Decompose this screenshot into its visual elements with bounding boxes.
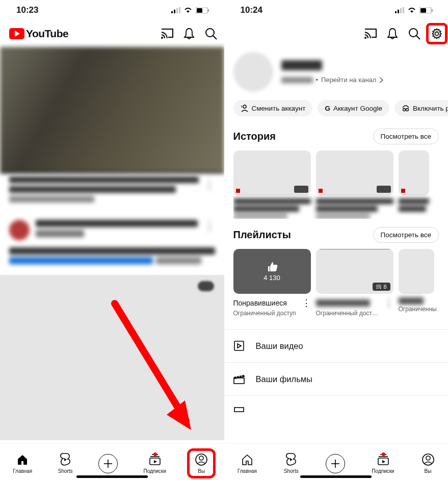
bell-icon[interactable] (387, 28, 398, 40)
unknown-icon (233, 407, 245, 412)
chevron-right-icon (379, 77, 383, 83)
video-thumbnail-large[interactable] (0, 275, 224, 440)
chip-switch-account[interactable]: Сменить аккаунт (233, 100, 313, 116)
clapperboard-icon (233, 374, 245, 384)
home-indicator (300, 475, 372, 478)
playlists-title: Плейлисты (233, 229, 291, 241)
action-chips: Сменить аккаунт G Аккаунт Google Включит… (224, 95, 449, 121)
history-title: История (233, 131, 276, 142)
phone-right-you: 10:24 • (224, 0, 449, 480)
channel-link-label: Перейти на канал (321, 76, 376, 84)
history-item[interactable] (233, 150, 311, 219)
menu-your-videos[interactable]: Ваши видео (224, 333, 449, 359)
svg-point-31 (403, 109, 406, 111)
history-list[interactable] (233, 150, 439, 219)
playlist-liked[interactable]: 4 130 Понравившиеся ⋮ Ограниченный досту… (233, 249, 311, 317)
cast-icon[interactable] (364, 29, 377, 39)
playlists-see-all[interactable]: Посмотреть все (373, 227, 439, 243)
wifi-icon (183, 7, 193, 13)
cast-icon[interactable] (161, 29, 173, 39)
nav-you[interactable]: Вы (421, 453, 435, 474)
status-bar: 10:23 (0, 0, 224, 20)
home-feed[interactable]: ⋮ ⋮ (0, 47, 224, 440)
menu-row-partial[interactable] (224, 399, 449, 414)
bottom-nav: Главная Shorts Подписки Вы (224, 443, 449, 480)
settings-icon[interactable] (426, 23, 447, 44)
youtube-wordmark: YouTube (26, 28, 68, 40)
channel-link[interactable]: • Перейти на канал (281, 76, 384, 84)
more-icon[interactable]: ⋮ (204, 220, 215, 233)
search-icon[interactable] (408, 28, 420, 40)
channel-avatar[interactable] (9, 220, 30, 240)
nav-you-label: Вы (425, 468, 432, 474)
nav-home[interactable]: Главная (13, 453, 32, 474)
bell-icon[interactable] (183, 28, 195, 40)
incognito-icon (402, 105, 410, 112)
nav-you-label: Вы (198, 468, 205, 474)
svg-rect-1 (174, 10, 175, 13)
chip-incognito[interactable]: Включить р (394, 100, 448, 116)
nav-home-label: Главная (13, 468, 32, 474)
profile-header[interactable]: • Перейти на канал (224, 47, 449, 95)
svg-point-32 (406, 109, 409, 111)
svg-rect-37 (234, 341, 244, 350)
svg-rect-19 (395, 11, 397, 13)
nav-shorts[interactable]: Shorts (284, 453, 299, 474)
menu-label: Ваши фильмы (256, 374, 312, 384)
battery-icon (419, 7, 433, 14)
nav-create[interactable] (326, 454, 345, 473)
signal-icon (395, 7, 404, 13)
svg-line-9 (213, 36, 217, 39)
section-playlists: Плейлисты Посмотреть все 4 130 Понравивш… (224, 220, 449, 318)
svg-rect-24 (420, 8, 426, 13)
status-icons (171, 7, 209, 14)
post-text (0, 247, 224, 273)
battery-icon (196, 7, 209, 14)
svg-point-49 (426, 456, 430, 460)
nav-shorts-label: Shorts (284, 468, 299, 474)
svg-rect-0 (171, 11, 173, 13)
status-time: 10:23 (16, 5, 38, 15)
app-bar-you (224, 20, 449, 47)
history-see-all[interactable]: Посмотреть все (373, 129, 439, 144)
svg-line-28 (416, 36, 420, 39)
status-bar: 10:24 (224, 0, 449, 20)
user-name (281, 60, 384, 73)
switch-account-icon (241, 104, 249, 112)
nav-subscriptions[interactable]: Подписки (372, 453, 394, 474)
svg-point-27 (409, 29, 417, 37)
nav-create[interactable] (98, 454, 118, 473)
more-icon[interactable]: ⋮ (384, 297, 393, 309)
video-meta[interactable]: ⋮ (0, 173, 224, 213)
nav-subs-label: Подписки (144, 468, 166, 474)
more-icon[interactable]: ⋮ (302, 297, 311, 309)
svg-point-30 (243, 105, 246, 108)
playlist-item[interactable]: Ограниченны (399, 249, 434, 317)
video-thumbnail[interactable] (0, 47, 224, 173)
search-icon[interactable] (205, 28, 217, 40)
more-icon[interactable]: ⋮ (204, 176, 215, 206)
svg-rect-5 (197, 8, 202, 13)
nav-you[interactable]: Вы (187, 448, 216, 478)
playlist-sub: Ограниченный доступ (233, 310, 311, 317)
user-avatar[interactable] (233, 52, 273, 92)
history-item[interactable] (399, 150, 429, 219)
svg-rect-22 (403, 7, 404, 13)
menu-your-movies[interactable]: Ваши фильмы (224, 366, 449, 392)
chip-google-account[interactable]: G Аккаунт Google (318, 100, 389, 116)
history-item[interactable] (316, 150, 393, 219)
youtube-logo[interactable]: YouTube (9, 28, 68, 40)
nav-subscriptions[interactable]: Подписки (144, 453, 166, 474)
app-bar-home: YouTube (0, 20, 224, 47)
nav-subs-label: Подписки (372, 468, 394, 474)
nav-home-label: Главная (238, 468, 257, 474)
playlist-item[interactable]: 8 ⋮ Ограниченный дост… (316, 249, 393, 317)
nav-shorts[interactable]: Shorts (58, 453, 73, 474)
nav-home[interactable]: Главная (238, 453, 257, 474)
post-row[interactable]: ⋮ (0, 213, 224, 247)
svg-point-29 (435, 32, 439, 36)
svg-rect-3 (179, 7, 180, 13)
svg-rect-2 (176, 8, 178, 13)
playlists-list[interactable]: 4 130 Понравившиеся ⋮ Ограниченный досту… (233, 249, 439, 317)
thumbs-up-icon (267, 262, 278, 272)
